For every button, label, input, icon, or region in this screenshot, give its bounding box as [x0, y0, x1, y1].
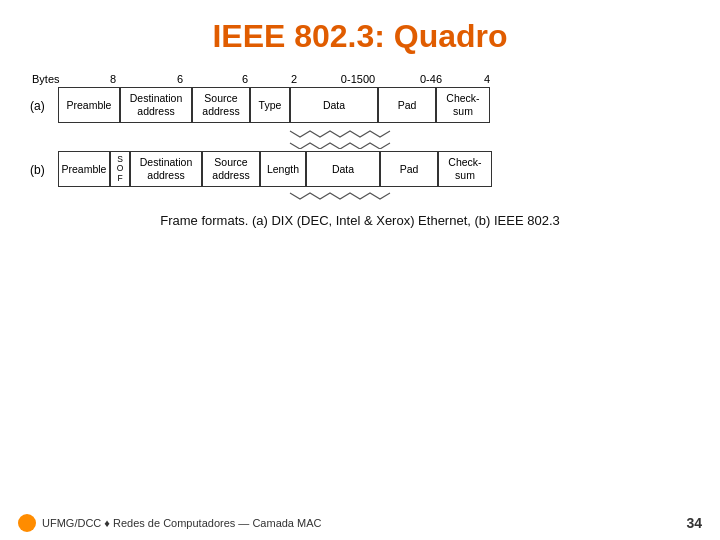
cell-sof-b: SOF — [110, 151, 130, 187]
cell-length-b: Length — [260, 151, 306, 187]
frame-cells-a: Preamble Destinationaddress Sourceaddres… — [58, 87, 690, 123]
ufmg-logo — [18, 514, 36, 532]
footer: UFMG/DCC ♦ Redes de Computadores — Camad… — [0, 514, 720, 532]
cell-preamble-b: Preamble — [58, 151, 110, 187]
page-title: IEEE 802.3: Quadro — [0, 0, 720, 63]
frame-cells-b: Preamble SOF Destinationaddress Sourcead… — [58, 151, 690, 187]
header-cell-6b: 6 — [216, 73, 274, 85]
cell-src-b: Sourceaddress — [202, 151, 260, 187]
zigzag-svg-bottom — [110, 191, 610, 205]
header-cell-4: 4 — [460, 73, 514, 85]
cell-src-a: Sourceaddress — [192, 87, 250, 123]
bytes-header-row: Bytes 8 6 6 2 0-1500 0-46 4 — [30, 73, 690, 85]
header-cell-6a: 6 — [144, 73, 216, 85]
frame-row-a: (a) Preamble Destinationaddress Sourcead… — [30, 87, 690, 123]
cell-data-b: Data — [306, 151, 380, 187]
frame-label-a: (a) — [30, 87, 58, 123]
cell-dest-b: Destinationaddress — [130, 151, 202, 187]
footer-page-number: 34 — [686, 515, 702, 531]
diagram-caption: Frame formats. (a) DIX (DEC, Intel & Xer… — [30, 213, 690, 228]
zigzag-separator-bottom — [30, 191, 690, 205]
cell-checksum-a: Check-sum — [436, 87, 490, 123]
frame-label-b: (b) — [30, 151, 58, 187]
footer-text: UFMG/DCC ♦ Redes de Computadores — Camad… — [42, 517, 321, 529]
cell-pad-a: Pad — [378, 87, 436, 123]
cell-data-a: Data — [290, 87, 378, 123]
cell-pad-b: Pad — [380, 151, 438, 187]
diagram-area: Bytes 8 6 6 2 0-1500 0-46 4 (a) Preamble… — [0, 63, 720, 228]
cell-dest-a: Destinationaddress — [120, 87, 192, 123]
header-cell-2: 2 — [274, 73, 314, 85]
header-cell-8: 8 — [82, 73, 144, 85]
header-cell-046: 0-46 — [402, 73, 460, 85]
bytes-label: Bytes — [30, 73, 82, 85]
zigzag-separator — [30, 127, 690, 149]
header-cells: 8 6 6 2 0-1500 0-46 4 — [82, 73, 690, 85]
cell-preamble-a: Preamble — [58, 87, 120, 123]
header-cell-1500: 0-1500 — [314, 73, 402, 85]
footer-left: UFMG/DCC ♦ Redes de Computadores — Camad… — [18, 514, 321, 532]
zigzag-svg — [110, 127, 610, 149]
frame-row-b: (b) Preamble SOF Destinationaddress Sour… — [30, 151, 690, 187]
cell-checksum-b: Check-sum — [438, 151, 492, 187]
cell-type-a: Type — [250, 87, 290, 123]
